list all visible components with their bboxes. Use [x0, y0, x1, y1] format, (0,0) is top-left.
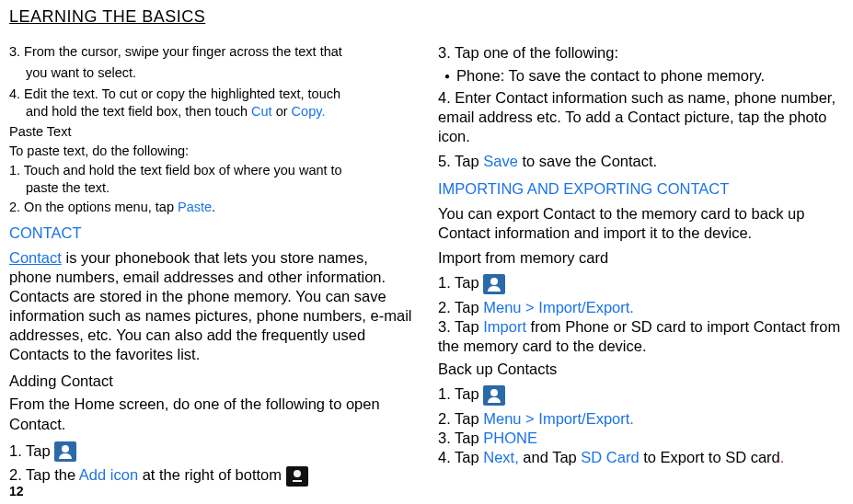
- step-4-line1: 4. Edit the text. To cut or copy the hig…: [9, 86, 414, 103]
- paste-text-heading: Paste Text: [9, 123, 414, 141]
- cut-label: Cut: [251, 104, 272, 119]
- step-3-line2: you want to select.: [9, 64, 414, 82]
- paste-step-2: 2. On the options menu, tap Paste.: [9, 199, 414, 216]
- contacts-app-icon: [483, 385, 505, 406]
- backup-step-3: 3. Tap PHONE: [438, 429, 843, 448]
- backup-step-1-text: 1. Tap: [438, 385, 483, 402]
- copy-label: Copy.: [292, 104, 326, 119]
- right-step-5a: 5. Tap: [438, 153, 483, 169]
- paste-step-1b: paste the text.: [9, 179, 414, 197]
- backup-step-4b: and Tap: [519, 449, 582, 465]
- bullet-phone-text: Phone: To save the contact to phone memo…: [456, 66, 765, 86]
- bullet-dot-icon: ●: [438, 66, 456, 86]
- paste-label: Paste: [178, 200, 212, 214]
- phone-label: PHONE: [483, 430, 537, 446]
- adding-step-2: 2. Tap the Add icon at the right of bott…: [9, 465, 414, 487]
- backup-step-1: 1. Tap: [438, 384, 843, 406]
- save-label: Save: [483, 153, 518, 169]
- import-export-body: You can export Contact to the memory car…: [438, 204, 843, 243]
- contact-section-heading: CONTACT: [9, 223, 414, 243]
- menu-import-export-label-2: Menu > Import/Export.: [483, 410, 634, 427]
- adding-step-1: 1. Tap: [9, 441, 414, 463]
- right-step-4: 4. Enter Contact information such as nam…: [438, 88, 843, 146]
- step-3-line1: 3. From the cursor, swipe your finger ac…: [9, 43, 414, 61]
- contacts-app-icon: [483, 274, 505, 294]
- backup-step-2: 2. Tap Menu > Import/Export.: [438, 409, 843, 429]
- backup-step-3-text: 3. Tap: [438, 430, 483, 446]
- backup-step-4: 4. Tap Next, and Tap SD Card to Export t…: [438, 448, 843, 467]
- right-step-4-text: 4. Enter Contact information such as nam…: [438, 89, 836, 144]
- import-step-3: 3. Tap Import from Phone or SD card to i…: [438, 317, 843, 356]
- right-step-3: 3. Tap one of the following:: [438, 43, 843, 63]
- backup-step-4c: to Export to SD card: [640, 449, 780, 465]
- two-column-layout: 3. From the cursor, swipe your finger ac…: [9, 43, 844, 487]
- import-label: Import: [483, 318, 526, 335]
- next-label: Next,: [483, 449, 519, 465]
- adding-step-2-text-a: 2. Tap the: [9, 466, 79, 483]
- contact-body: Contact is your phonebook that lets you …: [9, 248, 414, 365]
- contacts-app-icon: [54, 441, 76, 462]
- right-step-5: 5. Tap Save to save the Contact.: [438, 152, 843, 171]
- import-subheading: Import from memory card: [438, 248, 843, 268]
- page-number: 12: [9, 484, 24, 498]
- menu-import-export-label: Menu > Import/Export.: [483, 299, 634, 315]
- right-column: 3. Tap one of the following: ● Phone: To…: [438, 43, 843, 487]
- contact-body-text: is your phonebook that lets you store na…: [9, 249, 411, 363]
- add-icon-label: Add icon: [79, 466, 138, 483]
- paste-step-1a: 1. Touch and hold the text field box of …: [9, 162, 414, 179]
- backup-step-4a: 4. Tap: [438, 449, 483, 465]
- adding-contact-intro: From the Home screen, do one of the foll…: [9, 395, 414, 433]
- adding-step-2-text-b: at the right of bottom: [138, 466, 286, 483]
- step-4-line2: and hold the text field box, then touch …: [9, 103, 414, 120]
- right-step-5b: to save the Contact.: [518, 153, 657, 169]
- sd-card-label: SD Card: [581, 449, 639, 465]
- import-step-1-text: 1. Tap: [438, 274, 483, 291]
- paste-step-2-end: .: [212, 200, 215, 214]
- adding-contact-heading: Adding Contact: [9, 372, 414, 391]
- add-contact-icon: [286, 466, 308, 487]
- backup-heading: Back up Contacts: [438, 360, 843, 379]
- step-4-text: and hold the text field box, then touch: [26, 104, 251, 119]
- paste-intro: To paste text, do the following:: [9, 143, 414, 160]
- page-header: LEARNING THE BASICS: [9, 7, 844, 27]
- contact-link[interactable]: Contact: [9, 249, 62, 266]
- paste-step-2-text: 2. On the options menu, tap: [9, 200, 178, 214]
- bullet-phone: ● Phone: To save the contact to phone me…: [438, 66, 843, 86]
- import-step-1: 1. Tap: [438, 273, 843, 294]
- adding-step-1-text: 1. Tap: [9, 442, 54, 459]
- or-text: or: [272, 104, 292, 119]
- import-step-3a: 3. Tap: [438, 318, 483, 335]
- red-period: .: [780, 449, 785, 465]
- backup-step-2-text: 2. Tap: [438, 410, 483, 427]
- import-export-heading: IMPORTING AND EXPORTING CONTACT: [438, 179, 843, 199]
- import-step-2: 2. Tap Menu > Import/Export.: [438, 298, 843, 317]
- import-step-2-text: 2. Tap: [438, 299, 483, 315]
- left-column: 3. From the cursor, swipe your finger ac…: [9, 43, 414, 487]
